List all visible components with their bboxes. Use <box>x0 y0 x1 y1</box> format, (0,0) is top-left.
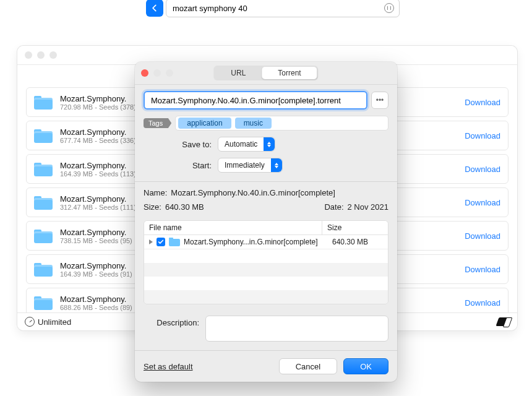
search-bar <box>146 0 400 19</box>
file-row-empty <box>144 249 388 263</box>
folder-icon <box>34 95 53 110</box>
date-key: Date: <box>324 202 343 212</box>
traffic-max-icon[interactable] <box>166 69 173 77</box>
source-segmented-control[interactable]: URL Torrent <box>213 66 318 80</box>
file-name: Mozart.Symphony...in.G.minor[complete] <box>184 238 328 246</box>
set-as-default-link[interactable]: Set as default <box>144 362 193 371</box>
size-value: 640.30 MB <box>165 202 204 212</box>
save-to-select[interactable]: Automatic <box>218 137 275 152</box>
download-link[interactable]: Download <box>465 231 500 241</box>
torrent-path-field <box>144 91 367 110</box>
file-checkbox[interactable] <box>157 238 165 246</box>
col-size[interactable]: Size <box>322 221 388 235</box>
tab-torrent[interactable]: Torrent <box>262 67 317 79</box>
folder-icon <box>34 228 53 243</box>
download-link[interactable]: Download <box>465 298 500 308</box>
folder-icon <box>34 161 53 176</box>
start-select[interactable]: Immediately <box>218 158 283 173</box>
download-link[interactable]: Download <box>465 198 500 207</box>
folder-icon <box>34 295 53 310</box>
file-row-empty <box>144 290 388 304</box>
search-input[interactable] <box>171 3 384 14</box>
save-to-value: Automatic <box>225 140 257 148</box>
tags-label: Tags <box>144 118 171 128</box>
traffic-min-icon[interactable] <box>153 69 161 77</box>
pause-icon[interactable] <box>384 3 394 13</box>
file-row[interactable]: Mozart.Symphony...in.G.minor[complete] 6… <box>144 235 388 249</box>
tag-application[interactable]: application <box>178 118 231 129</box>
search-box <box>166 0 400 17</box>
folder-icon <box>34 262 53 277</box>
traffic-max-icon[interactable] <box>49 51 57 59</box>
start-label: Start: <box>144 161 212 170</box>
eraser-icon[interactable] <box>496 317 511 326</box>
folder-icon <box>34 195 53 210</box>
traffic-min-icon[interactable] <box>37 51 45 59</box>
folder-icon <box>34 128 53 143</box>
download-link[interactable]: Download <box>465 131 500 140</box>
cancel-button[interactable]: Cancel <box>279 358 337 374</box>
download-link[interactable]: Download <box>465 165 500 174</box>
chevron-left-icon <box>150 4 159 12</box>
traffic-close-icon[interactable] <box>25 51 32 59</box>
dialog-footer: Set as default Cancel OK <box>135 350 397 382</box>
back-button[interactable] <box>146 0 163 17</box>
name-key: Name: <box>144 188 167 197</box>
file-row-empty <box>144 263 388 277</box>
traffic-close-icon[interactable] <box>141 69 148 77</box>
save-to-label: Save to: <box>144 140 212 149</box>
gauge-icon <box>25 317 35 327</box>
col-filename[interactable]: File name <box>144 221 322 235</box>
dialog-titlebar: URL Torrent <box>135 62 397 85</box>
browse-button[interactable]: ••• <box>371 92 388 109</box>
start-value: Immediately <box>225 161 265 170</box>
description-label: Description: <box>144 316 199 342</box>
speed-label: Unlimited <box>38 317 71 327</box>
name-value: Mozart.Symphony.No.40.in.G.minor[complet… <box>171 188 335 197</box>
updown-icon <box>271 158 282 172</box>
description-field[interactable] <box>205 316 388 342</box>
download-link[interactable]: Download <box>465 98 500 107</box>
date-value: 2 Nov 2021 <box>348 202 389 212</box>
torrent-path-input[interactable] <box>150 95 361 106</box>
dialog-window-controls[interactable] <box>141 69 173 77</box>
disclosure-triangle-icon[interactable] <box>149 239 153 244</box>
tag-music[interactable]: music <box>235 118 272 129</box>
tab-url[interactable]: URL <box>215 67 262 79</box>
file-size: 640.30 MB <box>332 238 383 246</box>
divider <box>135 181 397 182</box>
check-icon <box>158 239 164 245</box>
updown-icon <box>264 137 275 151</box>
folder-icon <box>169 238 180 246</box>
file-row-empty <box>144 277 388 290</box>
size-key: Size: <box>144 202 161 212</box>
download-link[interactable]: Download <box>465 265 500 274</box>
tags-field[interactable]: application music <box>175 116 388 131</box>
ok-button[interactable]: OK <box>343 358 388 374</box>
file-table: File name Size Mozart.Symphony...in.G.mi… <box>144 220 388 304</box>
window-controls[interactable] <box>25 51 57 59</box>
file-table-header: File name Size <box>144 221 388 235</box>
add-torrent-dialog: URL Torrent ••• Tags application music S… <box>135 62 397 382</box>
